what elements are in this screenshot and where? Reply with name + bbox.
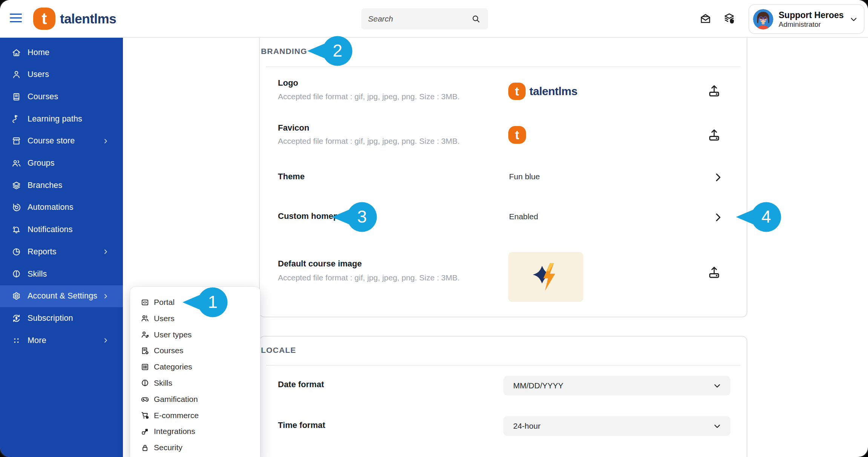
chevron-right-icon bbox=[102, 248, 109, 255]
svg-text:2: 2 bbox=[333, 41, 342, 60]
brand-logo[interactable]: t talentlms bbox=[33, 8, 116, 30]
submenu-item-e-commerce[interactable]: E-commerce bbox=[130, 407, 260, 423]
branding-section-title: BRANDING bbox=[261, 47, 307, 56]
brand-wordmark: talentlms bbox=[529, 85, 577, 98]
gear-icon bbox=[11, 291, 21, 301]
submenu-item-categories[interactable]: Categories bbox=[130, 359, 260, 375]
locale-card bbox=[259, 336, 747, 457]
theme-label: Theme bbox=[278, 172, 305, 182]
sidebar-item-label: Courses bbox=[28, 92, 58, 102]
sidebar-item-more[interactable]: More bbox=[0, 329, 123, 351]
theme-value: Fun blue bbox=[509, 172, 540, 181]
chevron-right-icon bbox=[102, 137, 109, 145]
sidebar-item-label: Learning paths bbox=[28, 114, 82, 124]
default-course-image-preview bbox=[508, 252, 583, 302]
submenu-item-label: User types bbox=[154, 330, 192, 339]
chevron-right-icon[interactable] bbox=[711, 171, 725, 184]
sidebar-item-course-store[interactable]: Course store bbox=[0, 130, 123, 152]
upload-icon[interactable] bbox=[707, 83, 722, 98]
upload-icon[interactable] bbox=[707, 128, 722, 143]
callout-4: 4 bbox=[735, 201, 782, 234]
sidebar-item-reports[interactable]: Reports bbox=[0, 241, 123, 263]
categories-icon bbox=[140, 362, 150, 372]
chevron-down-icon bbox=[712, 381, 722, 391]
sidebar-item-courses[interactable]: Courses bbox=[0, 86, 123, 108]
ecommerce-icon bbox=[140, 411, 150, 420]
chevron-down-icon bbox=[849, 14, 859, 24]
search-box[interactable] bbox=[361, 8, 488, 29]
sidebar-item-skills[interactable]: Skills bbox=[0, 263, 123, 285]
submenu-item-user-types[interactable]: User types bbox=[130, 326, 260, 343]
submenu-item-label: Security bbox=[154, 443, 182, 452]
sidebar-item-subscription[interactable]: Subscription bbox=[0, 307, 123, 329]
chevron-right-icon bbox=[102, 292, 109, 300]
sidebar-item-account-settings[interactable]: Account & Settings bbox=[0, 285, 123, 307]
time-format-value: 24-hour bbox=[513, 422, 712, 431]
upload-icon[interactable] bbox=[707, 265, 722, 280]
sidebar-item-users[interactable]: Users bbox=[0, 64, 123, 86]
default-course-image-label: Default course image bbox=[278, 259, 362, 269]
submenu-item-gamification[interactable]: Gamification bbox=[130, 391, 260, 407]
sidebar-item-label: Reports bbox=[28, 247, 57, 257]
submenu-item-label: Users bbox=[154, 314, 175, 323]
default-course-image-description: Accepted file format : gif, jpg, jpeg, p… bbox=[278, 273, 460, 282]
sidebar-item-label: Automations bbox=[28, 203, 74, 212]
logo-label: Logo bbox=[278, 78, 298, 88]
sidebar-item-label: Users bbox=[28, 70, 49, 79]
search-icon[interactable] bbox=[471, 14, 481, 24]
submenu-item-label: Integrations bbox=[154, 427, 195, 436]
user-types-icon bbox=[140, 330, 150, 339]
chevron-right-icon bbox=[102, 337, 109, 344]
callout-3: 3 bbox=[331, 201, 378, 234]
sidebar-item-label: Course store bbox=[28, 136, 75, 146]
submenu-item-integrations[interactable]: Integrations bbox=[130, 423, 260, 440]
integrations-icon bbox=[140, 427, 150, 436]
top-bar: t talentlms bbox=[0, 0, 868, 37]
courses-icon bbox=[140, 346, 150, 355]
svg-text:3: 3 bbox=[357, 207, 367, 226]
submenu-item-courses[interactable]: Courses bbox=[130, 343, 260, 359]
search-input[interactable] bbox=[368, 14, 471, 23]
user-role: Administrator bbox=[779, 20, 849, 29]
brand-wordmark: talentlms bbox=[60, 11, 116, 26]
sidebar-item-home[interactable]: Home bbox=[0, 42, 123, 63]
user-name: Support Heroes bbox=[779, 10, 849, 20]
gamepad-icon bbox=[140, 394, 150, 404]
submenu-item-label: Courses bbox=[154, 346, 183, 355]
sidebar-item-label: Branches bbox=[28, 181, 62, 190]
users-icon bbox=[140, 314, 150, 323]
learning-path-icon bbox=[11, 114, 21, 124]
subscription-icon bbox=[11, 313, 21, 323]
chevron-right-icon[interactable] bbox=[711, 211, 725, 224]
book-icon bbox=[11, 92, 21, 102]
callout-2: 2 bbox=[307, 35, 353, 68]
sidebar-item-notifications[interactable]: Notifications bbox=[0, 219, 123, 241]
lock-icon bbox=[140, 443, 150, 452]
submenu-item-label: E-commerce bbox=[154, 411, 199, 420]
sidebar-item-learning-paths[interactable]: Learning paths bbox=[0, 108, 123, 130]
logo-description: Accepted file format : gif, jpg, jpeg, p… bbox=[278, 92, 460, 101]
inbox-envelope-icon[interactable] bbox=[699, 12, 712, 25]
time-format-label: Time format bbox=[278, 420, 325, 430]
sidebar-item-branches[interactable]: Branches bbox=[0, 174, 123, 196]
hamburger-menu-icon[interactable] bbox=[10, 14, 23, 23]
store-icon bbox=[11, 136, 21, 146]
more-icon bbox=[11, 335, 21, 346]
sidebar-item-label: Subscription bbox=[28, 314, 73, 323]
user-menu[interactable]: Support Heroes Administrator bbox=[748, 4, 865, 34]
app-window: t talentlms bbox=[0, 0, 868, 457]
stack-shield-icon[interactable] bbox=[722, 12, 736, 25]
avatar bbox=[753, 9, 773, 29]
time-format-select[interactable]: 24-hour bbox=[503, 416, 730, 436]
submenu-item-label: Categories bbox=[154, 362, 192, 371]
divider bbox=[266, 365, 741, 366]
submenu-item-security[interactable]: Security bbox=[130, 440, 260, 456]
sidebar-item-automations[interactable]: Automations bbox=[0, 197, 123, 218]
sidebar-item-groups[interactable]: Groups bbox=[0, 152, 123, 174]
topbar-divider bbox=[0, 37, 868, 38]
sidebar-item-label: More bbox=[28, 336, 46, 345]
custom-homepage-value: Enabled bbox=[509, 212, 538, 221]
submenu-item-skills[interactable]: Skills bbox=[130, 375, 260, 391]
date-format-select[interactable]: MM/DD/YYYY bbox=[503, 376, 730, 395]
svg-text:1: 1 bbox=[208, 292, 218, 312]
